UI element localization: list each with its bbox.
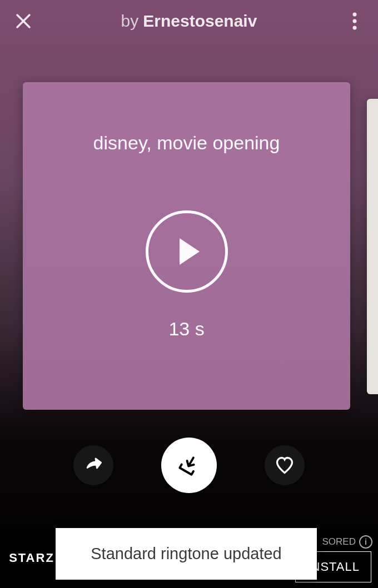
share-arrow-icon (84, 456, 103, 475)
title-by-label: by (121, 12, 139, 31)
ringtone-duration: 13 s (168, 318, 204, 340)
page-title: by Ernestosenaiv (121, 12, 257, 31)
more-options-button[interactable] (344, 10, 366, 32)
sponsored-text: SORED (322, 536, 356, 547)
card-carousel[interactable]: disney, movie opening 13 s (0, 82, 378, 410)
more-vertical-icon (352, 12, 357, 30)
ringtone-title: disney, movie opening (93, 132, 280, 154)
share-button[interactable] (73, 445, 113, 485)
sponsored-label-area: SORED i (322, 535, 372, 549)
svg-point-4 (353, 26, 357, 30)
play-icon (180, 238, 200, 265)
close-icon (15, 13, 32, 29)
action-bar (0, 438, 378, 493)
ringtone-card: disney, movie opening 13 s (23, 82, 350, 410)
download-set-icon (177, 454, 201, 477)
next-card-peek[interactable] (367, 99, 378, 394)
favorite-button[interactable] (265, 445, 305, 485)
play-button[interactable] (146, 210, 228, 293)
header: by Ernestosenaiv (0, 0, 378, 42)
svg-point-2 (353, 13, 357, 17)
svg-point-3 (353, 19, 357, 23)
ad-info-button[interactable]: i (359, 535, 372, 549)
toast-notification: Standard ringtone updated (56, 528, 317, 580)
ad-logo: STARZ (7, 551, 57, 565)
ad-logo-text: STARZ (9, 551, 54, 565)
toast-message: Standard ringtone updated (91, 545, 281, 563)
close-button[interactable] (12, 10, 34, 32)
title-author[interactable]: Ernestosenaiv (143, 12, 257, 31)
set-ringtone-button[interactable] (161, 438, 217, 493)
info-icon: i (365, 537, 367, 546)
heart-icon (275, 455, 295, 475)
